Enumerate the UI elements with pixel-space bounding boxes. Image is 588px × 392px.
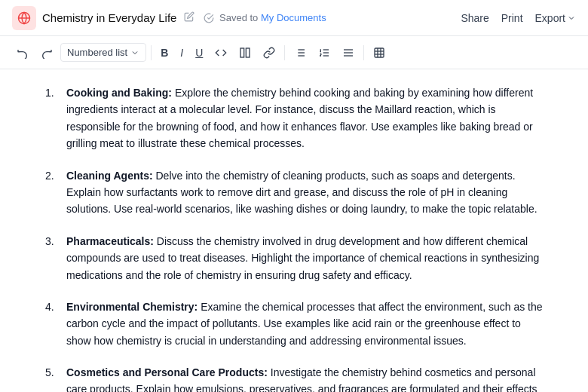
doc-title: Chemistry in Everyday Life [42, 11, 176, 24]
export-label: Export [535, 12, 565, 24]
svg-rect-3 [247, 48, 250, 57]
format-dropdown[interactable]: Numbered list [60, 43, 146, 62]
saved-status: Saved to My Documents [204, 12, 326, 24]
svg-rect-2 [240, 48, 244, 57]
align-button[interactable] [338, 44, 359, 62]
content-area: Cooking and Baking: Explore the chemistr… [0, 69, 588, 392]
list-item: Cosmetics and Personal Care Products: In… [45, 364, 543, 392]
table-button[interactable] [369, 44, 390, 62]
list-item: Environmental Chemistry: Examine the che… [45, 299, 543, 349]
bullet-list-button[interactable] [289, 44, 311, 62]
print-button[interactable]: Print [501, 12, 523, 24]
redo-button[interactable] [36, 44, 57, 62]
edit-icon[interactable] [184, 11, 194, 24]
list-item-text: Cosmetics and Personal Care Products: In… [66, 364, 543, 392]
numbered-list-button[interactable] [314, 44, 335, 62]
link-button[interactable] [259, 44, 280, 62]
export-button[interactable]: Export [535, 12, 576, 24]
code-button[interactable] [210, 44, 231, 62]
header-right: Share Print Export [461, 12, 576, 24]
globe-icon [12, 6, 36, 30]
share-button[interactable]: Share [461, 12, 488, 24]
columns-button[interactable] [234, 44, 256, 62]
list-item: Pharmaceuticals: Discuss the chemistry i… [45, 233, 543, 283]
toolbar-separator-2 [284, 45, 285, 60]
list-item: Cleaning Agents: Delve into the chemistr… [45, 167, 543, 218]
toolbar: Numbered list B I U [0, 36, 588, 69]
numbered-list: Cooking and Baking: Explore the chemistr… [45, 84, 543, 392]
list-item-text: Cleaning Agents: Delve into the chemistr… [66, 167, 543, 218]
list-item: Cooking and Baking: Explore the chemistr… [45, 84, 543, 152]
list-item-text: Cooking and Baking: Explore the chemistr… [66, 84, 543, 152]
my-documents-link[interactable]: My Documents [261, 12, 326, 23]
list-item-text: Environmental Chemistry: Examine the che… [66, 299, 543, 349]
list-item-text: Pharmaceuticals: Discuss the chemistry i… [66, 233, 543, 283]
header-left: Chemistry in Everyday Life Saved to My D… [12, 6, 461, 30]
toolbar-separator-1 [151, 45, 152, 60]
bold-button[interactable]: B [156, 44, 173, 62]
undo-button[interactable] [12, 44, 33, 62]
header: Chemistry in Everyday Life Saved to My D… [0, 0, 588, 36]
format-dropdown-label: Numbered list [67, 47, 127, 58]
toolbar-separator-3 [363, 45, 364, 60]
underline-button[interactable]: U [191, 44, 207, 62]
italic-button[interactable]: I [176, 44, 188, 62]
svg-rect-16 [375, 48, 384, 57]
saved-prefix: Saved to [219, 12, 258, 23]
